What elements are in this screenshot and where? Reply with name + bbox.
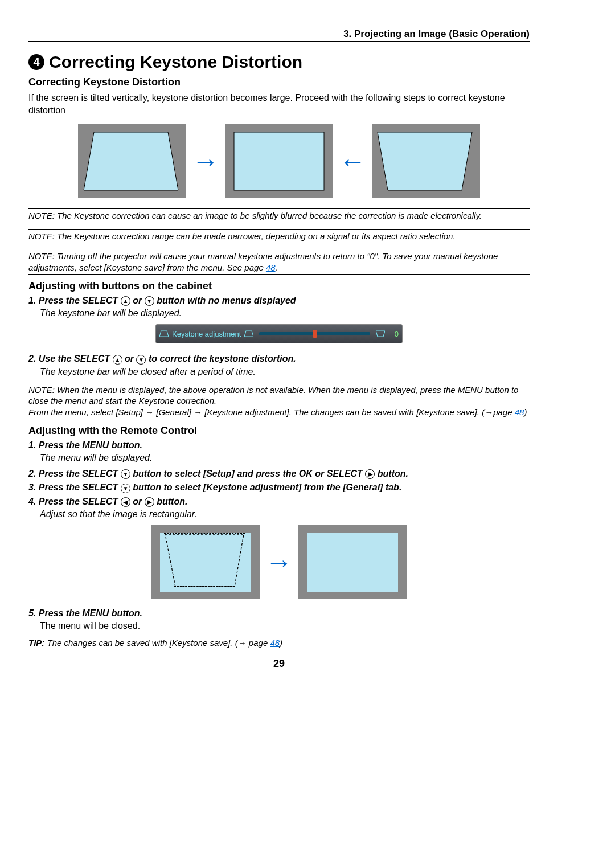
section-title-row: 4 Correcting Keystone Distortion: [28, 52, 530, 72]
cabinet-step-1: 1. Press the SELECT ▲ or ▼ button with n…: [28, 296, 530, 306]
down-button-icon-3: ▼: [121, 469, 130, 479]
rect-correction-diagram: →: [28, 525, 530, 599]
left-button-icon: ◀: [121, 497, 130, 507]
page-link-48c[interactable]: 48: [270, 638, 280, 648]
diagram-frame-left: [78, 124, 186, 198]
cabinet-step-1-text: The keystone bar will be displayed.: [40, 308, 530, 318]
remote-step-5: 5. Press the MENU button.: [28, 608, 530, 619]
intro-text: If the screen is tilted vertically, keys…: [28, 92, 530, 116]
page-link-48b[interactable]: 48: [515, 407, 524, 417]
section-title: Correcting Keystone Distortion: [49, 52, 302, 72]
svg-rect-1: [234, 132, 324, 190]
note-3: NOTE: Turning off the projector will cau…: [28, 249, 530, 275]
remote-step-3: 3. Press the SELECT ▼ button to select […: [28, 482, 530, 493]
arrow-right-icon-2: →: [265, 547, 293, 578]
remote-step-1: 1. Press the MENU button.: [28, 440, 530, 451]
svg-marker-3: [159, 331, 169, 337]
svg-marker-6: [165, 534, 244, 587]
cabinet-step-2-text: The keystone bar will be closed after a …: [40, 367, 530, 377]
down-button-icon-2: ▼: [136, 355, 146, 365]
keystone-diagram: → ←: [28, 124, 530, 198]
remote-title: Adjusting with the Remote Control: [28, 425, 530, 437]
remote-step-4-text: Adjust so that the image is rectangular.: [40, 509, 530, 519]
cabinet-title: Adjusting with buttons on the cabinet: [28, 280, 530, 292]
trapezoid-left-icon: [78, 124, 186, 198]
down-button-icon: ▼: [145, 296, 154, 306]
keystone-wide-top-icon: [376, 330, 385, 337]
keystone-osd-bar: Keystone adjustment 0: [155, 324, 403, 343]
down-button-icon-4: ▼: [121, 484, 130, 493]
diagram-frame-right: [372, 124, 480, 198]
trapezoid-right-icon: [372, 124, 480, 198]
svg-marker-4: [244, 331, 253, 337]
svg-marker-5: [376, 331, 385, 337]
osd-label: Keystone adjustment: [172, 330, 241, 338]
right-button-icon: ▶: [365, 469, 375, 479]
arrow-right-icon: →: [192, 146, 219, 177]
remote-step-5-text: The menu will be closed.: [40, 621, 530, 631]
section-number-icon: 4: [28, 54, 44, 70]
svg-marker-0: [84, 132, 178, 190]
dashed-trapezoid-icon: [151, 525, 260, 599]
note-2: NOTE: The Keystone correction range can …: [28, 229, 530, 244]
breadcrumb: 3. Projecting an Image (Basic Operation): [28, 28, 530, 42]
keystone-wide-bottom2-icon: [244, 330, 253, 337]
note-4: NOTE: When the menu is displayed, the ab…: [28, 383, 530, 420]
diagram-frame-center: [225, 124, 333, 198]
osd-value: 0: [388, 330, 399, 338]
up-button-icon: ▲: [121, 296, 130, 306]
note-1: NOTE: The Keystone correction can cause …: [28, 208, 530, 223]
arrow-left-icon: ←: [339, 146, 366, 177]
tip-label: TIP:: [28, 638, 44, 648]
svg-marker-2: [378, 132, 472, 190]
page-link-48a[interactable]: 48: [266, 263, 276, 272]
subsection-title-1: Correcting Keystone Distortion: [28, 76, 530, 88]
cabinet-step-2: 2. Use the SELECT ▲ or ▼ to correct the …: [28, 354, 530, 364]
inner-rect-after: [307, 533, 398, 592]
page-number: 29: [28, 658, 530, 670]
tip-line: TIP: The changes can be saved with [Keys…: [28, 638, 530, 648]
up-button-icon-2: ▲: [113, 355, 122, 365]
right-button-icon-2: ▶: [145, 497, 154, 507]
osd-slider-thumb[interactable]: [313, 330, 317, 338]
remote-step-4: 4. Press the SELECT ◀ or ▶ button.: [28, 497, 530, 507]
remote-step-2: 2. Press the SELECT ▼ button to select […: [28, 469, 530, 479]
keystone-wide-bottom-icon: [159, 330, 169, 337]
rectangle-center-icon: [225, 124, 333, 198]
osd-slider[interactable]: [259, 332, 370, 335]
rect-frame-after: [298, 525, 407, 599]
remote-step-1-text: The menu will be displayed.: [40, 453, 530, 463]
rect-frame-before: [151, 525, 260, 599]
